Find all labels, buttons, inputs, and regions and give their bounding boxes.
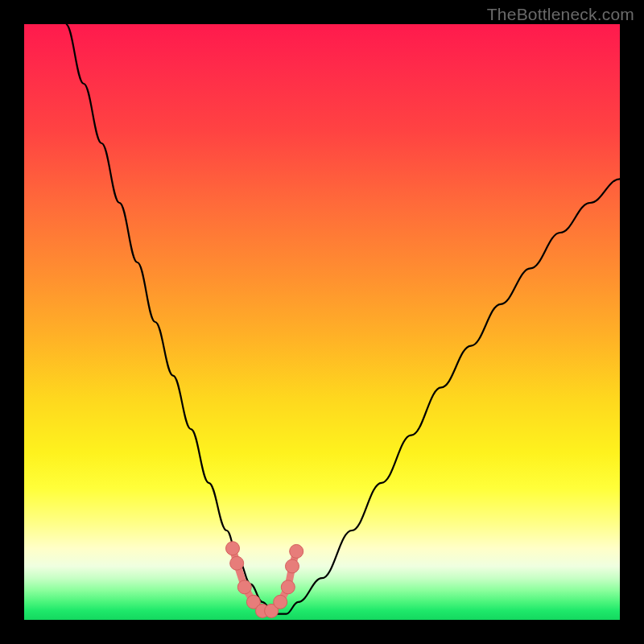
marker-dot <box>290 544 303 558</box>
outer-frame: TheBottleneck.com <box>0 0 644 644</box>
marker-dot <box>226 542 240 555</box>
marker-dot <box>237 580 251 594</box>
marker-dot <box>286 559 299 573</box>
chart-svg <box>24 24 620 620</box>
plot-area <box>24 24 620 620</box>
bottleneck-curve <box>66 24 620 614</box>
marker-dot <box>274 595 287 609</box>
marker-dot <box>281 580 295 594</box>
watermark-text: TheBottleneck.com <box>487 5 634 24</box>
marker-dot <box>230 556 244 570</box>
